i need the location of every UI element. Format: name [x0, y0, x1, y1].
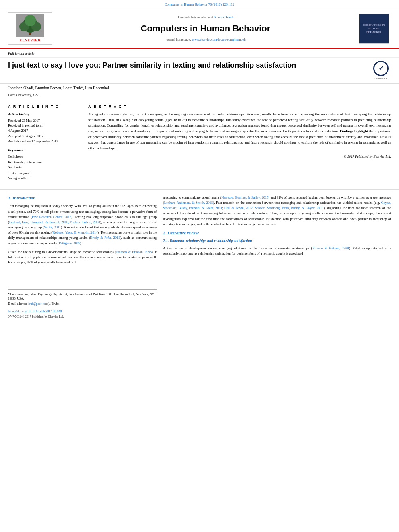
article-info-label: A R T I C L E I N F O — [8, 104, 82, 109]
doi-link[interactable]: https://doi.org/10.1016/j.chb.2017.08.04… — [8, 310, 62, 313]
article-info-column: A R T I C L E I N F O Article history: R… — [8, 104, 82, 185]
keyword-5: Young adults — [8, 176, 82, 181]
crossmark-icon: ✓ — [373, 61, 389, 76]
ref-lenhart2010[interactable]: Lenhart, Ling, Campbell, & Purcell, 2010… — [9, 220, 100, 224]
right-column: messaging to communicate sexual intent (… — [163, 195, 391, 319]
left-column: 1. Introduction Text messaging is ubiqui… — [8, 195, 157, 319]
ref-erikson2[interactable]: Erikson & Erikson, 1998 — [312, 246, 349, 250]
ref-harrison[interactable]: Harrison, Bealing, & Salley, 2015 — [221, 195, 268, 199]
right-logo-text: COMPUTERS IN HUMAN BEHAVIOR — [361, 23, 387, 34]
ref-lenhart2015[interactable]: Lenhart, Anderson, & Smith, 2015 — [164, 201, 213, 205]
elsevier-brand-text: ELSEVIER — [19, 38, 41, 43]
keyword-4: Text messaging — [8, 170, 82, 176]
sciencedirect-link[interactable]: ScienceDirect — [214, 15, 233, 19]
journal-header: ELSEVIER Contents lists available at Sci… — [0, 9, 399, 49]
section2-paragraph: A key feature of development during emer… — [163, 246, 391, 256]
history-title: Article history: — [8, 112, 82, 117]
citation-bar: Computers in Human Behavior 78 (2018) 12… — [0, 0, 399, 9]
issn-line: 0747-5632/© 2017 Published by Elsevier L… — [8, 315, 157, 319]
keyword-1: Cell phone — [8, 154, 82, 160]
svg-point-5 — [25, 15, 36, 26]
footnote-area: * Corresponding author. Psychology Depar… — [8, 289, 157, 319]
right-paragraph-1: messaging to communicate sexual intent (… — [163, 195, 391, 227]
info-abstract-section: A R T I C L E I N F O Article history: R… — [0, 100, 399, 190]
copyright-line: © 2017 Published by Elsevier Ltd. — [88, 154, 391, 159]
elsevier-logo: ELSEVIER — [8, 12, 52, 45]
keywords-title: Keywords: — [8, 148, 82, 153]
ref-brody[interactable]: Brody & Peña, 2015 — [90, 236, 120, 240]
journal-logo-right: COMPUTERS IN HUMAN BEHAVIOR — [359, 14, 391, 44]
received-revised-label: Received in revised form — [8, 123, 82, 128]
email-line: E-mail address: ltrub@pace.edu (L. Trub)… — [8, 302, 157, 306]
article-history-group: Article history: Received 23 May 2017 Re… — [8, 112, 82, 144]
intro-paragraph-2: Given the focus during this developmenta… — [8, 249, 157, 265]
homepage-link[interactable]: www.elsevier.com/locate/comphumbeh — [192, 37, 246, 41]
article-title: I just text to say I love you: Partner s… — [8, 61, 365, 70]
ref-pettigrew[interactable]: Pettigrew, 2009 — [59, 241, 80, 245]
ref-roberts[interactable]: Roberts, Yaya, & Manolis, 2014 — [53, 230, 97, 234]
keyword-3: Similarity — [8, 165, 82, 170]
article-title-section: I just text to say I love you: Partner s… — [0, 58, 399, 84]
intro-paragraph-1: Text messaging is ubiquitous in today's … — [8, 203, 157, 246]
crossmark-badge: ✓ CrossMark — [371, 61, 391, 81]
ref-erikson[interactable]: Erikson & Erikson, 1998 — [116, 250, 152, 254]
authors-line: Jonathan Ohadi, Brandon Brown, Leora Tru… — [0, 84, 399, 92]
main-content: 1. Introduction Text messaging is ubiqui… — [0, 190, 399, 324]
findings-highlight: Findings highlight — [340, 129, 368, 133]
journal-title: Computers in Human Behavior — [56, 23, 355, 35]
doi-section: https://doi.org/10.1016/j.chb.2017.08.04… — [8, 309, 157, 314]
corresponding-author: * Corresponding author. Psychology Depar… — [8, 292, 157, 301]
footnote-section: * Corresponding author. Psychology Depar… — [8, 292, 157, 306]
right-logo-box: COMPUTERS IN HUMAN BEHAVIOR — [359, 14, 389, 44]
article-type: Full length article — [0, 49, 399, 58]
affiliation-line: Pace University, USA — [0, 92, 399, 101]
available-online-date: Available online 17 September 2017 — [8, 139, 82, 144]
keyword-2: Relationship satisfaction — [8, 160, 82, 165]
ref-pew[interactable]: Pew Research Center, 2015 — [32, 215, 71, 219]
introduction-heading: 1. Introduction — [8, 195, 157, 201]
received-date: Received 23 May 2017 — [8, 118, 82, 123]
lit-review-heading: 2. Literature review — [163, 230, 391, 236]
elsevier-tree-image — [16, 14, 44, 37]
journal-center-info: Contents lists available at ScienceDirec… — [52, 15, 359, 42]
crossmark-label: CrossMark — [374, 77, 387, 81]
abstract-label: A B S T R A C T — [88, 104, 391, 109]
sub-section-heading: 2.1. Romantic relationships and relation… — [163, 238, 391, 244]
homepage-line: journal homepage: www.elsevier.com/locat… — [56, 37, 355, 42]
abstract-column: A B S T R A C T Young adults increasingl… — [88, 104, 391, 185]
citation-text: Computers in Human Behavior 78 (2018) 12… — [165, 2, 234, 6]
authors-text: Jonathan Ohadi, Brandon Brown, Leora Tru… — [8, 86, 109, 90]
accepted-date: Accepted 30 August 2017 — [8, 134, 82, 139]
ref-smith[interactable]: Smith, 2011 — [44, 225, 61, 229]
contents-line: Contents lists available at ScienceDirec… — [56, 15, 355, 20]
email-link[interactable]: ltrub@pace.edu — [28, 302, 47, 306]
abstract-text: Young adults increasingly rely on text m… — [88, 112, 391, 151]
keywords-group: Keywords: Cell phone Relationship satisf… — [8, 148, 82, 181]
revised-date: 4 August 2017 — [8, 128, 82, 134]
